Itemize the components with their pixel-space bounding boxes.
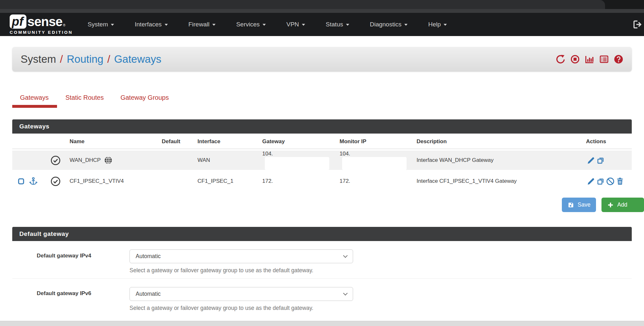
nav-item-help[interactable]: Help: [428, 21, 447, 28]
col-description: Description: [417, 134, 586, 149]
form-row-ipv6: Default gateway IPv6 Automatic Select a …: [12, 278, 632, 316]
save-icon: [567, 201, 574, 209]
redaction-box: [342, 157, 407, 170]
nav-item-system[interactable]: System: [88, 21, 114, 28]
gateway-row-wan-dhcp: WAN_DHCP WAN 104. 104. Interface WAN_DHC…: [12, 151, 632, 170]
gateways-panel: Gateways Name Default Interface Gateway …: [12, 119, 632, 192]
chevron-down-icon: [404, 24, 408, 26]
default-gateway-ipv6-label: Default gateway IPv6: [12, 287, 130, 312]
delete-icon[interactable]: [616, 177, 624, 186]
nav-label: VPN: [286, 21, 299, 28]
chevron-down-icon: [165, 24, 168, 26]
breadcrumb-link-gateways[interactable]: Gateways: [114, 53, 161, 65]
gateways-panel-title: Gateways: [12, 119, 632, 134]
chevron-down-icon: [343, 253, 348, 258]
nav-item-firewall[interactable]: Firewall: [188, 21, 216, 28]
default-gateway-ipv6-select[interactable]: Automatic: [130, 287, 353, 301]
stop-circle-icon[interactable]: [570, 54, 580, 64]
chevron-down-icon: [343, 291, 348, 295]
gateway-address: 172.: [262, 178, 273, 184]
tab-static-routes[interactable]: Static Routes: [57, 89, 112, 108]
col-monitor-ip: Monitor IP: [340, 134, 417, 149]
nav-label: System: [88, 21, 108, 28]
nav-label: Help: [428, 21, 441, 28]
breadcrumb-separator: /: [60, 53, 63, 65]
gateway-description: Interface CF1_IPSEC_1_VTIV4 Gateway: [417, 172, 586, 191]
default-gateway-panel-title: Default gateway: [12, 227, 632, 241]
browser-tab-bar: [0, 0, 605, 9]
tab-gateways[interactable]: Gateways: [12, 89, 57, 108]
nav-item-status[interactable]: Status: [326, 21, 349, 28]
gateway-default: [162, 151, 197, 170]
col-name: Name: [70, 134, 162, 149]
edit-icon[interactable]: [587, 177, 595, 186]
gateway-name: WAN_DHCP: [70, 157, 101, 163]
browser-chrome: [0, 0, 644, 9]
pfsense-logo-mark: pf: [10, 14, 26, 29]
nav-item-vpn[interactable]: VPN: [286, 21, 305, 28]
nav-item-interfaces[interactable]: Interfaces: [135, 21, 168, 28]
top-navbar: pf sense ® COMMUNITY EDITION System Inte…: [0, 13, 644, 36]
gateway-name: CF1_IPSEC_1_VTIV4: [70, 178, 124, 184]
add-button[interactable]: Add: [601, 198, 644, 212]
sign-out-icon[interactable]: [632, 20, 642, 29]
pfsense-logo-text: sense: [27, 14, 62, 29]
col-default: Default: [162, 134, 197, 149]
tab-gateway-groups[interactable]: Gateway Groups: [112, 89, 177, 108]
square-icon: [17, 178, 25, 185]
selected-value: Automatic: [136, 253, 161, 260]
refresh-icon[interactable]: [556, 54, 565, 64]
default-gateway-ipv4-select[interactable]: Automatic: [130, 249, 353, 263]
pfsense-logo[interactable]: pf sense ® COMMUNITY EDITION: [10, 14, 73, 35]
chevron-down-icon: [111, 24, 114, 26]
check-circle-icon: [50, 155, 61, 166]
disable-icon[interactable]: [606, 177, 615, 186]
gateway-default: [162, 172, 197, 191]
log-list-icon[interactable]: [599, 54, 609, 64]
col-drag: [12, 134, 48, 149]
table-header-row: Name Default Interface Gateway Monitor I…: [12, 134, 632, 149]
main-menu: System Interfaces Firewall Services VPN …: [88, 21, 447, 28]
col-interface: Interface: [197, 134, 262, 149]
gateway-interface: WAN: [197, 151, 262, 170]
breadcrumb-link-routing[interactable]: Routing: [67, 53, 103, 65]
copy-icon[interactable]: [596, 177, 605, 186]
nav-label: Services: [236, 21, 260, 28]
globe-icon: [104, 156, 113, 165]
registered-mark: ®: [63, 23, 65, 27]
nav-label: Firewall: [188, 21, 209, 28]
nav-item-diagnostics[interactable]: Diagnostics: [370, 21, 408, 28]
field-help-text: Select a gateway or failover gateway gro…: [130, 267, 353, 274]
routing-tabs: Gateways Static Routes Gateway Groups: [12, 89, 632, 108]
breadcrumb: System / Routing / Gateways: [12, 47, 632, 71]
save-button[interactable]: Save: [562, 198, 596, 212]
edit-icon[interactable]: [587, 156, 595, 165]
default-gateway-ipv4-label: Default gateway IPv4: [12, 249, 130, 274]
page-title: System / Routing / Gateways: [21, 53, 161, 65]
selected-value: Automatic: [136, 291, 161, 297]
col-status: [48, 134, 70, 149]
bar-chart-icon[interactable]: [585, 54, 594, 64]
browser-toolbar-strip: [0, 9, 644, 13]
monitor-ip: 104.: [340, 151, 350, 157]
copy-icon[interactable]: [596, 156, 605, 165]
save-button-label: Save: [578, 201, 591, 208]
gateways-table: Name Default Interface Gateway Monitor I…: [12, 132, 632, 192]
check-circle-icon: [50, 176, 61, 187]
logo-subtitle: COMMUNITY EDITION: [10, 30, 73, 35]
help-circle-icon[interactable]: [614, 54, 623, 64]
breadcrumb-separator: /: [107, 53, 110, 65]
monitor-ip: 172.: [340, 178, 350, 184]
nav-item-services[interactable]: Services: [236, 21, 266, 28]
gateway-row-cf1-ipsec: CF1_IPSEC_1_VTIV4 CF1_IPSEC_1 172. 172. …: [12, 172, 632, 191]
breadcrumb-action-icons: [556, 54, 623, 64]
breadcrumb-section: System: [21, 53, 56, 65]
table-actions: Save Add: [12, 198, 644, 212]
chevron-down-icon: [263, 24, 266, 26]
form-row-ipv4: Default gateway IPv4 Automatic Select a …: [12, 241, 632, 278]
gateway-interface: CF1_IPSEC_1: [197, 172, 262, 191]
add-button-label: Add: [617, 201, 627, 208]
chevron-down-icon: [444, 24, 447, 26]
page-content: System / Routing / Gateways Gateways Sta…: [0, 47, 644, 316]
redaction-box: [265, 157, 329, 170]
